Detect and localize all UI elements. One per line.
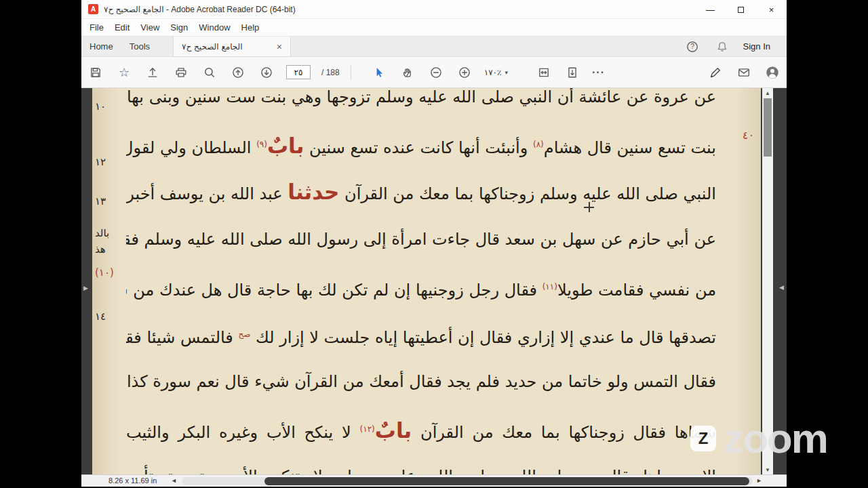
menu-edit[interactable]: Edit: [109, 19, 135, 37]
document-viewport[interactable]: عن عروة عن عائشة أن النبي صلى الله عليه …: [81, 88, 787, 474]
menu-bar: FileEditViewSignWindowHelp: [81, 19, 787, 37]
margin-page-number: ٤٠: [743, 129, 754, 142]
horizontal-scroll-thumb[interactable]: [264, 477, 749, 485]
rubricated-word: بابٌ: [267, 134, 304, 158]
zoom-logo-icon: Z: [690, 426, 716, 451]
scroll-left-icon[interactable]: ◄: [171, 477, 177, 484]
menu-file[interactable]: File: [84, 19, 109, 37]
menu-window[interactable]: Window: [193, 19, 235, 37]
manuscript-line: من نفسي فقامت طويلا(١١) فقال رجل زوجنيها…: [126, 263, 716, 310]
vertical-scroll-thumb[interactable]: [764, 98, 772, 157]
share-upload-icon[interactable]: [144, 64, 161, 81]
manuscript-line: عن عروة عن عائشة أن النبي صلى الله عليه …: [126, 88, 716, 121]
margin-note: (١٠): [95, 266, 114, 279]
mouse-cursor: [584, 202, 594, 212]
maximize-button[interactable]: [726, 0, 756, 19]
page-scrolling-icon[interactable]: [564, 64, 581, 81]
tabbar-right: ? Sign In: [684, 37, 787, 56]
sign-in-button[interactable]: Sign In: [743, 41, 770, 52]
menu-sign[interactable]: Sign: [165, 19, 193, 37]
text-segment: عن أبي حازم عن سهل بن سعد قال جاءت امرأة…: [126, 230, 716, 249]
title-bar[interactable]: A الجامع الصحيح ح٧ - Adobe Acrobat Reade…: [81, 0, 787, 19]
fit-width-icon[interactable]: [535, 64, 553, 81]
page-number-input[interactable]: ٢٥: [286, 65, 311, 79]
zoom-watermark: Z zoom: [690, 418, 827, 460]
tab-close-icon[interactable]: ×: [277, 41, 282, 52]
tab-document-title: الجامع الصحيح ح٧: [182, 42, 243, 52]
window-title: الجامع الصحيح ح٧ - Adobe Acrobat Reader …: [104, 5, 296, 14]
close-button[interactable]: ×: [756, 0, 787, 19]
account-avatar[interactable]: [764, 64, 781, 81]
page-margin-left: ١٠١٢١٣بالدهذ(١٠)١٤: [94, 88, 125, 474]
window-controls: — ×: [695, 0, 787, 19]
zoom-watermark-text: zoom: [723, 418, 827, 460]
notifications-bell-icon[interactable]: [713, 38, 731, 56]
tab-tools[interactable]: Tools: [121, 37, 158, 56]
scroll-up-icon[interactable]: ▲: [762, 88, 773, 98]
text-segment: إلا برضاها قال رسول الله صلى الله عليه و…: [126, 467, 716, 474]
chevron-down-icon: ▾: [505, 69, 509, 76]
previous-page-icon[interactable]: [229, 64, 247, 81]
left-panel-toggle-icon[interactable]: ▶: [83, 285, 88, 291]
text-segment: (١١): [542, 282, 557, 291]
save-icon[interactable]: [87, 64, 104, 81]
margin-note: بالد: [95, 227, 109, 239]
menu-view[interactable]: View: [135, 19, 165, 37]
fill-sign-pen-icon[interactable]: [707, 64, 724, 81]
margin-note: ١٤: [95, 310, 106, 323]
page-text: عن عروة عن عائشة أن النبي صلى الله عليه …: [126, 88, 716, 474]
email-icon[interactable]: [735, 64, 753, 81]
manuscript-line: إلا برضاها قال رسول الله صلى الله عليه و…: [126, 453, 716, 474]
zoom-in-icon[interactable]: [456, 64, 473, 81]
text-segment: لا ينكح الأب وغيره البكر والثيب: [126, 423, 360, 442]
star-favorites-icon[interactable]: ☆: [115, 64, 133, 81]
text-segment: السلطان ولي لقول: [126, 138, 256, 157]
manuscript-line: النبي صلى الله عليه وسلم زوجناكها بما مع…: [126, 168, 716, 216]
text-segment: صح: [238, 329, 250, 339]
text-segment: تصدقها قال ما عندي إلا إزاري فقال إن أعط…: [250, 328, 716, 347]
select-tool-icon[interactable]: [370, 64, 388, 81]
rubricated-word: بابٌ: [375, 418, 412, 443]
more-tools-icon[interactable]: ···: [592, 66, 605, 79]
minimize-button[interactable]: —: [695, 0, 726, 19]
zoom-level-value: ١٧٠٪: [484, 68, 502, 77]
text-segment: فالتمس شيئا فقال ما أجد شيئا: [126, 328, 238, 347]
zoom-out-icon[interactable]: [427, 64, 445, 81]
acrobat-icon: A: [88, 4, 98, 14]
toolbar-separator: [351, 65, 351, 80]
text-segment: وأنبئت أنها كانت عنده تسع سنين: [304, 138, 533, 157]
text-segment: من نفسي فقامت طويلا: [557, 281, 716, 300]
hand-tool-icon[interactable]: [399, 64, 416, 81]
page-count-label: / 188: [321, 68, 340, 77]
maximize-icon: [738, 7, 744, 13]
screen: A الجامع الصحيح ح٧ - Adobe Acrobat Reade…: [0, 0, 868, 488]
search-icon[interactable]: [201, 64, 218, 81]
text-segment: عن عروة عن عائشة أن النبي صلى الله عليه …: [126, 88, 716, 106]
right-panel-toggle-icon[interactable]: ◀: [779, 284, 784, 291]
scroll-down-icon[interactable]: ▼: [762, 465, 773, 474]
text-segment: سماها فقال زوجناكها بما معك من القرآن: [412, 423, 716, 442]
tab-bar: Home Tools الجامع الصحيح ح٧ × ? Sign In: [81, 37, 787, 57]
text-segment: (٩): [256, 140, 267, 149]
manuscript-line: سماها فقال زوجناكها بما معك من القرآن با…: [126, 405, 716, 453]
text-segment: (٨): [533, 140, 544, 149]
manuscript-line: عن أبي حازم عن سهل بن سعد قال جاءت امرأة…: [126, 216, 716, 263]
print-icon[interactable]: [172, 64, 190, 81]
svg-text:?: ?: [690, 43, 694, 50]
help-icon[interactable]: ?: [684, 38, 701, 56]
status-bar: 8.26 x 11.69 in ◄ ►: [81, 474, 787, 487]
manuscript-page: عن عروة عن عائشة أن النبي صلى الله عليه …: [92, 88, 761, 474]
horizontal-scrollbar[interactable]: [182, 477, 753, 485]
menu-help[interactable]: Help: [236, 19, 265, 37]
margin-note: ١٢: [95, 156, 106, 168]
next-page-icon[interactable]: [258, 64, 275, 81]
manuscript-line: بنت تسع سنين قال هشام(٨) وأنبئت أنها كان…: [126, 121, 716, 168]
tab-document[interactable]: الجامع الصحيح ح٧ ×: [173, 37, 291, 56]
scroll-right-icon[interactable]: ►: [756, 477, 762, 484]
manuscript-line: تصدقها قال ما عندي إلا إزاري فقال إن أعط…: [126, 310, 716, 358]
zoom-level-dropdown[interactable]: ١٧٠٪ ▾: [484, 68, 508, 77]
margin-note: هذ: [95, 243, 106, 256]
tab-home[interactable]: Home: [81, 37, 121, 56]
text-segment: النبي صلى الله عليه وسلم زوجناكها بما مع…: [339, 184, 716, 203]
text-segment: فقال التمس ولو خاتما من حديد فلم يجد فقا…: [126, 372, 716, 391]
